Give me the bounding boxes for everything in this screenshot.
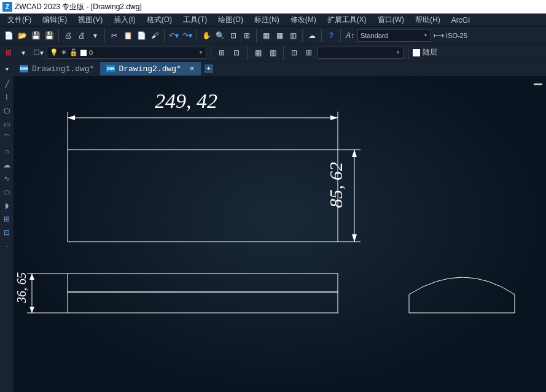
properties-icon[interactable]: ▦ — [260, 29, 272, 42]
help-icon[interactable]: ? — [325, 29, 337, 42]
textstyle-dropdown[interactable]: Standard ▼ — [357, 29, 431, 42]
svg-marker-10 — [352, 234, 357, 242]
menu-annotate[interactable]: 标注(N) — [249, 13, 284, 26]
dimension-width: 249, 42 — [155, 90, 217, 113]
layer-states-icon[interactable]: ▾ — [17, 47, 29, 59]
chevron-down-icon: ▼ — [396, 50, 400, 55]
titlebar: Z ZWCAD 2023 专业版 - [Drawing2.dwg] — [0, 0, 546, 13]
menu-format[interactable]: 格式(O) — [142, 13, 177, 26]
polygon-icon[interactable]: ⬡ — [1, 106, 12, 117]
make-block-icon[interactable]: ⊡ — [1, 227, 12, 238]
dimstyle-icon[interactable]: ⟼ — [432, 29, 445, 42]
menu-file[interactable]: 文件(F) — [2, 13, 36, 26]
ellipse-icon[interactable]: ⬭ — [1, 186, 12, 198]
layer-manager-icon[interactable]: ⊞ — [2, 47, 15, 59]
menu-view[interactable]: 视图(V) — [73, 13, 107, 26]
layer-filter-icon[interactable]: ⊞ — [216, 47, 228, 59]
rectangle-icon[interactable]: ▭ — [1, 119, 12, 130]
tab-label: Drawing1.dwg* — [32, 64, 94, 74]
lock-icon: 🔓 — [69, 48, 78, 56]
layer-dropdown[interactable]: 💡 ☀ 🔓 0 ▼ — [47, 47, 206, 59]
xref-icon[interactable]: ⊡ — [288, 47, 300, 59]
ellipse-arc-icon[interactable]: ◗ — [1, 200, 12, 211]
menu-edit[interactable]: 编辑(E) — [37, 13, 72, 26]
linetype-dropdown[interactable]: ▼ — [318, 47, 404, 59]
arc-icon[interactable]: ⌒ — [1, 133, 12, 144]
dwg-icon: DWG — [20, 65, 28, 72]
dimension-small: 36, 65 — [15, 272, 29, 303]
tab-drawing2[interactable]: DWG Drawing2.dwg* × — [100, 62, 200, 75]
layer-name: 0 — [89, 49, 93, 56]
block-insert-icon[interactable]: ▥ — [267, 47, 279, 59]
open-icon[interactable]: 📂 — [16, 29, 28, 42]
svg-rect-0 — [68, 150, 338, 242]
block-icon[interactable]: ▦ — [252, 47, 264, 59]
menu-help[interactable]: 帮助(H) — [410, 13, 445, 26]
svg-marker-5 — [330, 115, 338, 120]
line-icon[interactable]: ╱ — [1, 79, 12, 90]
spline-icon[interactable]: ∿ — [1, 173, 12, 184]
copy-icon[interactable]: 📋 — [122, 29, 134, 42]
color-swatch[interactable] — [413, 49, 420, 56]
lightbulb-icon: 💡 — [50, 48, 58, 56]
paste-icon[interactable]: 📄 — [135, 29, 147, 42]
chevron-down-icon: ▼ — [198, 50, 203, 55]
menu-modify[interactable]: 修改(M) — [286, 13, 321, 26]
tool-palettes-icon[interactable]: ▥ — [287, 29, 299, 42]
svg-rect-12 — [68, 292, 338, 313]
plus-icon: + — [205, 64, 213, 73]
separator — [58, 29, 59, 42]
layer-icon[interactable]: ☐▾ — [32, 47, 44, 59]
circle-icon[interactable]: ○ — [1, 146, 12, 157]
save-icon[interactable]: 💾 — [29, 29, 42, 42]
separator — [408, 46, 408, 60]
chevron-down-icon: ▼ — [423, 33, 428, 38]
menubar: 文件(F) 编辑(E) 视图(V) 插入(I) 格式(O) 工具(T) 绘图(D… — [0, 13, 546, 27]
revcloud-icon[interactable]: ☁ — [1, 159, 12, 171]
polyline-icon[interactable]: ⌇ — [1, 92, 12, 103]
print-preview-icon[interactable]: 🖨 — [76, 29, 88, 42]
design-center-icon[interactable]: ▦ — [273, 29, 286, 42]
undo-icon[interactable]: ↶▾ — [168, 29, 180, 42]
new-icon[interactable]: 📄 — [2, 29, 15, 42]
zoom-icon[interactable]: 🔍 — [214, 29, 226, 42]
cut-icon[interactable]: ✂ — [108, 29, 120, 42]
menu-draw[interactable]: 绘图(D) — [213, 13, 248, 26]
svg-marker-16 — [29, 274, 34, 280]
drawing-canvas[interactable]: 249, 42 85, 62 36, 65 — [14, 76, 546, 392]
textstyle-icon[interactable]: A↕ — [344, 29, 356, 42]
zoom-extents-icon[interactable]: ⊞ — [241, 29, 253, 42]
insert-block-icon[interactable]: ⊞ — [1, 213, 12, 225]
color-label: 随层 — [423, 47, 437, 58]
sun-icon: ☀ — [61, 48, 67, 56]
dimension-height: 85, 62 — [326, 162, 346, 208]
image-icon[interactable]: ⊞ — [303, 47, 315, 59]
tab-list-icon[interactable]: ▾ — [2, 64, 11, 73]
textstyle-value: Standard — [361, 32, 388, 39]
plot-icon[interactable]: ▾ — [89, 29, 101, 42]
close-icon[interactable]: × — [190, 64, 195, 74]
print-icon[interactable]: 🖨 — [62, 29, 74, 42]
menu-window[interactable]: 窗口(W) — [373, 13, 409, 26]
point-icon[interactable]: · — [1, 240, 12, 252]
menu-tool[interactable]: 工具(T) — [178, 13, 212, 26]
svg-marker-17 — [29, 307, 34, 313]
draw-toolbar: ╱ ⌇ ⬡ ▭ ⌒ ○ ☁ ∿ ⬭ ◗ ⊞ ⊡ · — [0, 76, 14, 392]
tab-new[interactable]: + — [201, 62, 217, 75]
menu-insert[interactable]: 插入(I) — [109, 13, 140, 26]
separator — [104, 29, 105, 42]
layer-iso-icon[interactable]: ⊡ — [230, 47, 243, 59]
redo-icon[interactable]: ↷▾ — [181, 29, 193, 42]
zoom-window-icon[interactable]: ⊡ — [227, 29, 240, 42]
menu-extend[interactable]: 扩展工具(X) — [322, 13, 372, 26]
separator — [256, 29, 257, 42]
menu-arcgis[interactable]: ArcGI — [447, 15, 475, 26]
pan-icon[interactable]: ✋ — [200, 29, 213, 42]
saveas-icon[interactable]: 💾 — [43, 29, 55, 42]
toolbar-layers: ⊞ ▾ ☐▾ 💡 ☀ 🔓 0 ▼ ⊞ ⊡ ▦ ▥ ⊡ ⊞ ▼ 随层 — [0, 44, 546, 61]
cloud-icon[interactable]: ☁ — [306, 29, 318, 42]
separator — [302, 29, 303, 42]
tab-drawing1[interactable]: DWG Drawing1.dwg* — [14, 62, 100, 75]
match-icon[interactable]: 🖌 — [149, 29, 161, 42]
window-title: ZWCAD 2023 专业版 - [Drawing2.dwg] — [15, 2, 142, 12]
